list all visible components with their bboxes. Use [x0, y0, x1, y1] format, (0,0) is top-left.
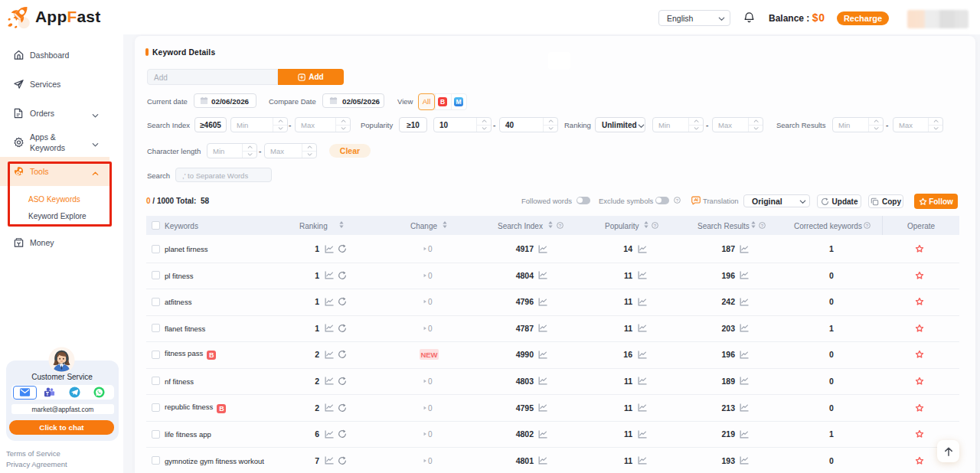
svg-text:?: ?: [559, 223, 562, 227]
svg-text:?: ?: [675, 198, 678, 203]
svg-text:?: ?: [654, 223, 657, 227]
svg-text:?: ?: [761, 223, 764, 227]
svg-text:?: ?: [866, 223, 869, 227]
